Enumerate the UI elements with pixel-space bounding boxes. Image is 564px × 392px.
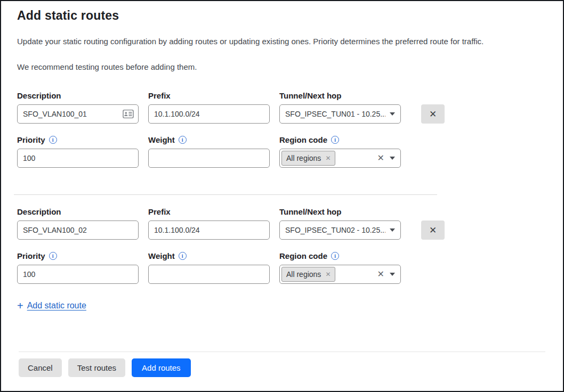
route-2-priority-field: Priority i [17,251,139,284]
prefix-label: Prefix [148,207,270,216]
region-tag: All regions ✕ [281,151,335,166]
delete-route-button[interactable]: ✕ [421,220,445,240]
info-icon[interactable]: i [331,136,339,144]
prefix-input[interactable] [148,104,270,124]
route-2-region-field: Region code i All regions ✕ ✕ [279,251,401,284]
weight-input[interactable] [148,265,270,284]
route-2-secondary-row: Priority i Weight i Region code i [17,251,547,284]
priority-input[interactable] [17,265,139,284]
tunnel-selected-value: SFO_IPSEC_TUN01 - 10.25... [285,110,385,118]
contact-card-autofill-icon[interactable] [123,110,134,119]
info-icon[interactable]: i [179,252,187,260]
info-icon[interactable]: i [179,136,187,144]
tunnel-select[interactable]: SFO_IPSEC_TUN01 - 10.25... [279,104,401,124]
close-icon: ✕ [429,109,437,120]
region-tag-label: All regions [286,154,321,162]
weight-input[interactable] [148,149,270,168]
route-1-region-field: Region code i All regions ✕ ✕ [279,135,401,168]
route-2-tunnel-field: Tunnel/Next hop SFO_IPSEC_TUN02 - 10.25.… [279,207,401,240]
description-input[interactable] [17,104,139,124]
info-icon[interactable]: i [331,252,339,260]
add-static-routes-dialog: Add static routes Update your static rou… [1,1,563,391]
cancel-button[interactable]: Cancel [19,358,62,377]
route-divider [14,194,437,195]
delete-route-button[interactable]: ✕ [421,104,445,124]
chevron-down-icon [390,112,395,116]
dialog-content: Add static routes Update your static rou… [1,1,563,352]
plus-icon: + [17,300,23,311]
test-routes-button[interactable]: Test routes [68,358,125,377]
close-icon: ✕ [429,225,437,236]
tunnel-label: Tunnel/Next hop [279,91,401,100]
route-1-main-row: Description [17,91,547,124]
route-1-prefix-field: Prefix [148,91,270,124]
route-1-secondary-row: Priority i Weight i Region code i [17,135,547,168]
footer-buttons: Cancel Test routes Add routes [19,358,545,377]
description-label: Description [17,91,139,100]
info-icon[interactable]: i [49,136,57,144]
add-static-route-link[interactable]: + Add static route [17,300,86,311]
clear-selection-icon[interactable]: ✕ [376,154,385,162]
route-group-2: Description Prefix Tunnel/Next hop SFO_I… [17,207,547,284]
add-routes-button[interactable]: Add routes [132,358,191,377]
weight-label: Weight i [148,251,270,260]
recommend-text: We recommend testing routes before addin… [17,62,547,71]
priority-input[interactable] [17,149,139,168]
region-select[interactable]: All regions ✕ ✕ [279,149,401,168]
weight-label: Weight i [148,135,270,144]
route-1-tunnel-field: Tunnel/Next hop SFO_IPSEC_TUN01 - 10.25.… [279,91,401,124]
add-static-route-label: Add static route [27,301,86,311]
remove-tag-icon[interactable]: ✕ [325,155,331,161]
prefix-label: Prefix [148,91,270,100]
route-1-description-field: Description [17,91,139,124]
route-2-description-field: Description [17,207,139,240]
route-1-weight-field: Weight i [148,135,270,168]
priority-label: Priority i [17,135,139,144]
route-2-prefix-field: Prefix [148,207,270,240]
remove-tag-icon[interactable]: ✕ [325,271,331,277]
route-1-priority-field: Priority i [17,135,139,168]
clear-selection-icon[interactable]: ✕ [376,270,385,279]
dialog-footer: Cancel Test routes Add routes [19,352,545,391]
intro-text: Update your static routing configuration… [17,37,547,46]
region-label: Region code i [279,251,401,260]
tunnel-select[interactable]: SFO_IPSEC_TUN02 - 10.25... [279,220,401,240]
priority-label: Priority i [17,251,139,260]
region-tag: All regions ✕ [281,267,335,282]
route-2-main-row: Description Prefix Tunnel/Next hop SFO_I… [17,207,547,240]
chevron-down-icon [390,273,395,276]
info-icon[interactable]: i [49,252,57,260]
prefix-input[interactable] [148,220,270,240]
tunnel-label: Tunnel/Next hop [279,207,401,216]
route-2-weight-field: Weight i [148,251,270,284]
region-select[interactable]: All regions ✕ ✕ [279,265,401,284]
tunnel-selected-value: SFO_IPSEC_TUN02 - 10.25... [285,226,385,234]
region-label: Region code i [279,135,401,144]
route-group-1: Description [17,91,547,168]
description-label: Description [17,207,139,216]
chevron-down-icon [390,157,395,160]
chevron-down-icon [390,228,395,232]
description-input[interactable] [17,220,139,240]
page-title: Add static routes [17,9,547,23]
region-tag-label: All regions [286,270,321,279]
